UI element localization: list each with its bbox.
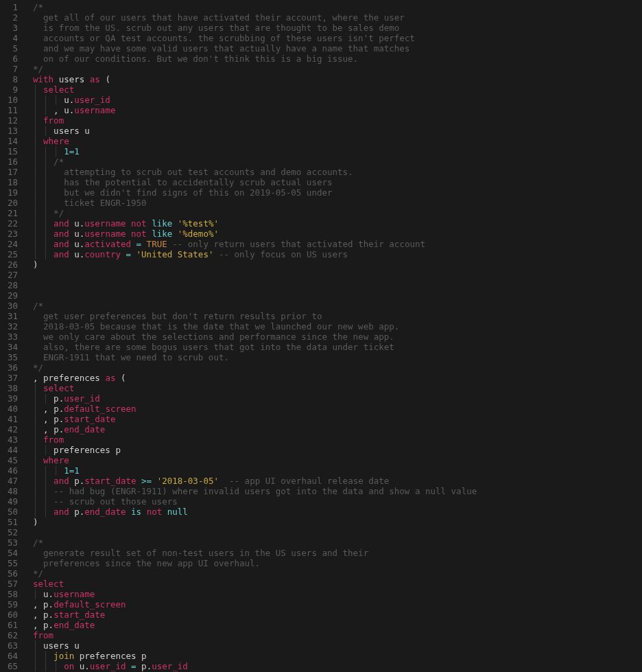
code-line[interactable]: │ , p.default_screen [33,404,642,414]
code-line[interactable]: │ │ has the potential to accidentally sc… [33,177,642,187]
line-number: 20 [4,198,18,208]
line-number: 14 [4,136,18,146]
code-line[interactable]: │ │ and u.username not like '%demo%' [33,229,642,239]
code-line[interactable]: │ u.username [33,589,642,599]
token-keyword: not [131,229,147,239]
line-number: 63 [4,640,18,651]
token-comment: ENGR-1911 that we need to scrub out. [33,352,229,362]
code-line[interactable]: */ [33,64,642,74]
code-line[interactable]: │ select [33,84,642,95]
token-indent: │ │ │ [33,465,64,476]
code-line[interactable]: 2018-03-05 because that is the date that… [33,321,642,332]
code-line[interactable]: │ │ and u.username not like '%test%' [33,218,642,229]
code-line[interactable] [33,280,642,290]
code-line[interactable]: │ │ and u.country = 'United States' -- o… [33,249,642,259]
token-ident: u [69,218,80,229]
code-line[interactable]: │ where [33,136,642,146]
code-line[interactable]: │ │ │ on u.user_id = p.user_id [33,661,642,671]
code-line[interactable]: ENGR-1911 that we need to scrub out. [33,352,642,362]
token-punct: , [33,620,43,630]
line-number: 37 [4,373,18,383]
code-line[interactable]: │ │ /* [33,157,642,167]
code-line[interactable]: │ │ */ [33,208,642,218]
line-number: 2 [4,12,18,23]
token-ident [141,239,147,249]
token-col: start_date [64,414,115,424]
code-line[interactable]: we only care about the selections and pe… [33,332,642,342]
code-line[interactable]: │ │ │ 1=1 [33,146,642,157]
code-line[interactable]: from [33,630,642,640]
code-line[interactable]: │ from [33,115,642,126]
token-ident: u [74,661,84,671]
code-line[interactable]: is from the US. scrub out any users that… [33,23,642,33]
code-line[interactable]: ) [33,259,642,270]
code-line[interactable] [33,270,642,280]
code-line[interactable]: │ , p.end_date [33,424,642,435]
code-line[interactable]: │ │ preferences p [33,445,642,455]
code-line[interactable]: also, there are some bogus users that go… [33,342,642,352]
token-indent: │ [33,383,43,393]
code-line[interactable]: │ │ and p.start_date >= '2018-03-05' -- … [33,476,642,486]
code-line[interactable]: │ │ users u [33,126,642,136]
token-col: default_screen [54,599,126,610]
code-line[interactable]: │ users u [33,640,642,651]
line-number: 47 [4,476,18,486]
code-line[interactable]: │ │ attempting to scrub out test account… [33,167,642,177]
code-line[interactable]: */ [33,362,642,373]
token-indent: │ │ [33,476,54,486]
code-line[interactable]: get all of our users that have activated… [33,12,642,23]
code-line[interactable]: │ where [33,455,642,465]
code-line[interactable] [33,527,642,537]
code-line[interactable]: , p.default_screen [33,599,642,610]
code-line[interactable]: │ │ │ 1=1 [33,465,642,476]
code-line[interactable]: with users as ( [33,74,642,84]
code-line[interactable]: │ │ -- had bug (ENGR-1911) where invalid… [33,486,642,496]
token-keyword: with [33,74,54,84]
code-line[interactable]: │ │ p.user_id [33,393,642,404]
token-ident [162,507,167,517]
code-line[interactable]: /* [33,537,642,548]
code-line[interactable]: │ │ but we didn't find signs of this on … [33,187,642,198]
code-line[interactable]: /* [33,2,642,12]
token-comment: */ [33,568,43,579]
code-editor[interactable]: 1234567891011121314151617181920212223242… [0,0,642,672]
code-line[interactable]: ) [33,517,642,527]
code-line[interactable]: │ │ │ u.user_id [33,95,642,105]
code-line[interactable]: preferences since the new app UI overhau… [33,558,642,568]
code-line[interactable]: │ select [33,383,642,393]
token-punct: ) [33,517,38,527]
line-number: 48 [4,486,18,496]
code-line[interactable]: get user preferences but don't return re… [33,311,642,321]
code-line[interactable]: /* [33,301,642,311]
code-line[interactable]: select [33,579,642,589]
line-number: 46 [4,465,18,476]
code-line[interactable]: and we may have some valid users that ac… [33,43,642,54]
code-line[interactable]: │ │ and p.end_date is not null [33,507,642,517]
token-comment: -- scrub out those users [54,496,178,507]
code-line[interactable]: , preferences as ( [33,373,642,383]
code-line[interactable]: */ [33,568,642,579]
line-number: 1 [4,2,18,12]
code-line[interactable]: │ │ and u.activated = TRUE -- only retur… [33,239,642,249]
code-line[interactable]: │ │ , u.username [33,105,642,115]
code-line[interactable]: │ │ ticket ENGR-1950 [33,198,642,208]
token-punct: ) [33,259,38,270]
token-punct: , [43,404,54,414]
token-keyword: as [90,74,100,84]
code-line[interactable]: accounts or QA test accounts. the scrubb… [33,33,642,43]
code-line[interactable]: , p.start_date [33,610,642,620]
code-line[interactable]: │ , p.start_date [33,414,642,424]
code-line[interactable]: on of our conditions. But we don't think… [33,54,642,64]
line-number: 22 [4,218,18,229]
code-content[interactable]: /* get all of our users that have activa… [25,0,642,672]
code-line[interactable]: , p.end_date [33,620,642,630]
line-number: 7 [4,64,18,74]
code-line[interactable]: │ │ -- scrub out those users [33,496,642,507]
line-number: 42 [4,424,18,435]
code-line[interactable]: │ from [33,435,642,445]
token-ident: p [69,476,80,486]
token-comment: generate result set of non-test users in… [33,548,368,558]
code-line[interactable] [33,290,642,301]
code-line[interactable]: generate result set of non-test users in… [33,548,642,558]
code-line[interactable]: │ │ join preferences p [33,651,642,661]
